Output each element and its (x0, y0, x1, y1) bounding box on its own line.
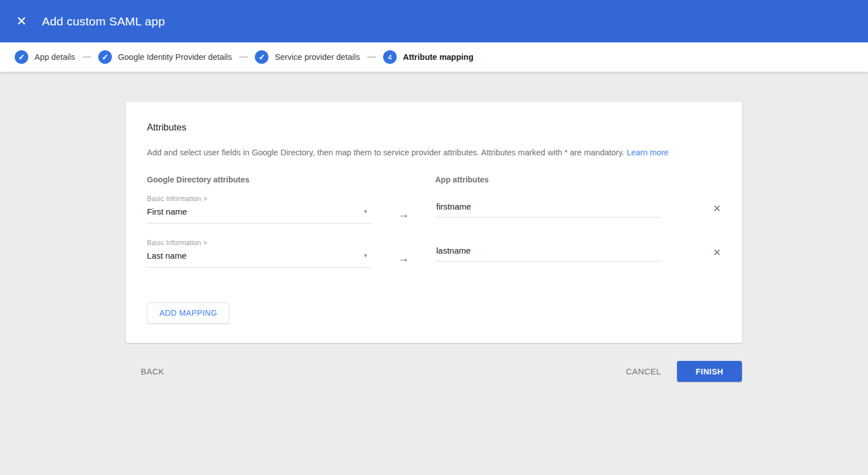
arrow-right-icon: → (398, 252, 409, 264)
mapping-row: Basic Information > Last name ▼ → ✕ (147, 239, 721, 268)
app-attributes-header: App attributes (435, 175, 721, 184)
remove-mapping-icon[interactable]: ✕ (713, 248, 721, 258)
step-2-check-icon: ✓ (98, 50, 112, 64)
attributes-card: Attributes Add and select user fields in… (126, 102, 742, 343)
card-title: Attributes (147, 122, 721, 133)
app-attribute-input-cell (435, 239, 662, 262)
select-value: First name (147, 207, 187, 216)
cancel-button[interactable]: CANCEL (626, 367, 661, 376)
step-1-label: App details (34, 53, 75, 62)
step-4-label: Attribute mapping (403, 53, 474, 62)
column-headers: Google Directory attributes App attribut… (147, 175, 721, 184)
finish-button[interactable]: FINISH (677, 361, 742, 382)
step-connector (367, 56, 376, 58)
step-4-number-badge: 4 (383, 50, 397, 64)
add-mapping-button[interactable]: ADD MAPPING (147, 302, 229, 324)
remove-cell: ✕ (662, 195, 721, 213)
google-directory-attributes-header: Google Directory attributes (147, 175, 435, 184)
step-attribute-mapping[interactable]: 4 Attribute mapping (383, 50, 474, 64)
wizard-stepper: ✓ App details ✓ Google Identity Provider… (0, 42, 868, 72)
mapping-row: Basic Information > First name ▼ → ✕ (147, 195, 721, 224)
step-google-idp-details[interactable]: ✓ Google Identity Provider details (98, 50, 232, 64)
step-app-details[interactable]: ✓ App details (15, 50, 75, 64)
dialog-header: ✕ Add custom SAML app (0, 0, 868, 42)
dropdown-arrow-icon: ▼ (363, 252, 368, 259)
learn-more-link[interactable]: Learn more (627, 148, 669, 157)
directory-attribute-select-first-name[interactable]: Basic Information > First name ▼ (147, 195, 372, 224)
remove-cell: ✕ (662, 239, 721, 258)
close-icon[interactable]: ✕ (14, 14, 29, 29)
step-2-label: Google Identity Provider details (118, 53, 232, 62)
app-attribute-input-cell (435, 195, 662, 217)
step-3-check-icon: ✓ (255, 50, 268, 64)
directory-attribute-select-last-name[interactable]: Basic Information > Last name ▼ (147, 239, 372, 268)
card-description-text: Add and select user fields in Google Dir… (147, 148, 624, 157)
select-category-label: Basic Information > (147, 195, 372, 203)
dropdown-arrow-icon: ▼ (363, 208, 368, 215)
step-connector (239, 56, 248, 58)
app-attribute-input-lastname[interactable] (435, 246, 662, 262)
mapping-arrow-cell: → (372, 195, 435, 220)
select-value: Last name (147, 251, 186, 260)
step-4-number: 4 (388, 53, 392, 62)
app-attribute-input-firstname[interactable] (435, 202, 662, 217)
mapping-arrow-cell: → (372, 239, 435, 264)
card-description: Add and select user fields in Google Dir… (147, 147, 721, 158)
dialog-title: Add custom SAML app (42, 15, 165, 28)
step-3-label: Service provider details (275, 53, 360, 62)
step-connector (83, 56, 91, 58)
select-category-label: Basic Information > (147, 239, 372, 247)
arrow-right-icon: → (398, 208, 409, 220)
remove-mapping-icon[interactable]: ✕ (713, 204, 721, 213)
step-1-check-icon: ✓ (15, 50, 28, 64)
back-button[interactable]: BACK (141, 367, 164, 376)
footer-actions: BACK CANCEL FINISH (126, 361, 742, 382)
step-service-provider-details[interactable]: ✓ Service provider details (255, 50, 360, 64)
